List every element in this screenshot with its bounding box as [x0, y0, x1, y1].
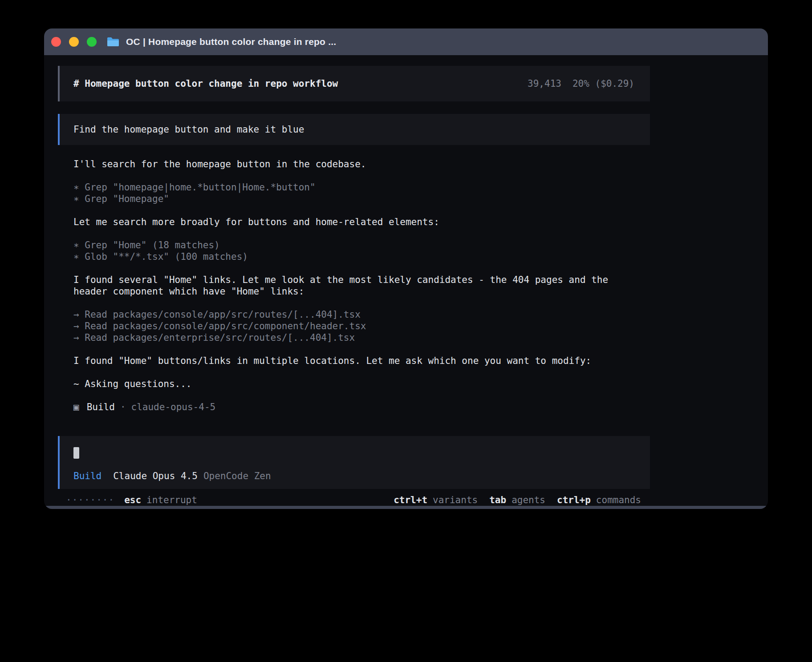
folder-icon — [106, 36, 120, 48]
zoom-window-button[interactable] — [87, 37, 97, 47]
session-stats: 39,413 20% ($0.29) — [528, 78, 634, 89]
context-usage: 20% ($0.29) — [572, 78, 634, 89]
window-titlebar[interactable]: OC | Homepage button color change in rep… — [44, 28, 768, 55]
agents-hint: tab agents — [489, 494, 545, 506]
variants-hint: ctrl+t variants — [394, 494, 478, 506]
agent-model: claude-opus-4-5 — [131, 401, 216, 413]
spinner-dots: ········ — [66, 494, 114, 506]
keyboard-hints: ctrl+t variants tab agents ctrl+p comman… — [394, 494, 641, 506]
close-window-button[interactable] — [51, 37, 61, 47]
assistant-transcript: I'll search for the homepage button in t… — [58, 158, 650, 424]
ctrl-p-key: ctrl+p — [557, 494, 591, 506]
variants-label: variants — [433, 494, 478, 506]
minimize-window-button[interactable] — [69, 37, 79, 47]
traffic-lights — [51, 37, 97, 47]
tool-call-group: ∗ Grep "Home" (18 matches) ∗ Glob "**/*.… — [73, 239, 634, 262]
assistant-paragraph: I found "Home" buttons/links in multiple… — [73, 355, 634, 367]
assistant-status-line: ~ Asking questions... — [73, 378, 634, 390]
tool-call-group: → Read packages/console/app/src/routes/[… — [73, 309, 634, 343]
esc-key: esc — [124, 494, 141, 506]
prompt-input-footer: Build Claude Opus 4.5 OpenCode Zen — [73, 470, 636, 482]
input-provider-label: OpenCode Zen — [203, 470, 271, 482]
agent-name: Build — [87, 401, 115, 413]
assistant-paragraph: Let me search more broadly for buttons a… — [73, 216, 634, 228]
terminal-window: OC | Homepage button color change in rep… — [44, 28, 768, 509]
commands-label: commands — [596, 494, 641, 506]
separator-dot: · — [120, 401, 126, 413]
token-count: 39,413 — [528, 78, 561, 89]
tool-call-line: ∗ Grep "homepage|home.*button|Home.*butt… — [73, 182, 634, 193]
agent-status-line: ▣ Build · claude-opus-4-5 — [73, 401, 634, 413]
input-model-label: Claude Opus 4.5 — [113, 470, 198, 482]
window-bottom-edge — [44, 506, 768, 509]
assistant-paragraph: I found several "Home" links. Let me loo… — [73, 274, 634, 297]
interrupt-label: interrupt — [146, 494, 197, 506]
tab-key: tab — [489, 494, 506, 506]
tool-call-line: ∗ Glob "**/*.tsx" (100 matches) — [73, 251, 634, 262]
interrupt-hint: esc interrupt — [124, 494, 197, 506]
tool-call-line: → Read packages/console/app/src/routes/[… — [73, 309, 634, 320]
session-header: # Homepage button color change in repo w… — [58, 66, 650, 101]
ctrl-t-key: ctrl+t — [394, 494, 427, 506]
user-message: Find the homepage button and make it blu… — [58, 114, 650, 145]
terminal-content: # Homepage button color change in repo w… — [44, 55, 768, 506]
opencode-tui: # Homepage button color change in repo w… — [58, 66, 650, 506]
tool-call-line: ∗ Grep "Homepage" — [73, 193, 634, 205]
commands-hint: ctrl+p commands — [557, 494, 641, 506]
prompt-input[interactable]: Build Claude Opus 4.5 OpenCode Zen — [58, 436, 650, 489]
tool-call-line: ∗ Grep "Home" (18 matches) — [73, 239, 634, 251]
assistant-paragraph: I'll search for the homepage button in t… — [73, 158, 634, 170]
agents-label: agents — [512, 494, 545, 506]
tool-call-group: ∗ Grep "homepage|home.*button|Home.*butt… — [73, 182, 634, 205]
status-bar: ········ esc interrupt ctrl+t variants t… — [58, 494, 650, 506]
window-title: OC | Homepage button color change in rep… — [126, 36, 336, 47]
session-title: # Homepage button color change in repo w… — [73, 78, 338, 89]
input-agent-label: Build — [73, 470, 102, 482]
text-cursor — [73, 447, 79, 459]
titlebar-title-group: OC | Homepage button color change in rep… — [106, 36, 336, 48]
user-message-text: Find the homepage button and make it blu… — [73, 124, 304, 135]
tool-call-line: → Read packages/console/app/src/componen… — [73, 320, 634, 332]
agent-mode-icon: ▣ — [73, 401, 79, 413]
tool-call-line: → Read packages/enterprise/src/routes/[.… — [73, 332, 634, 343]
